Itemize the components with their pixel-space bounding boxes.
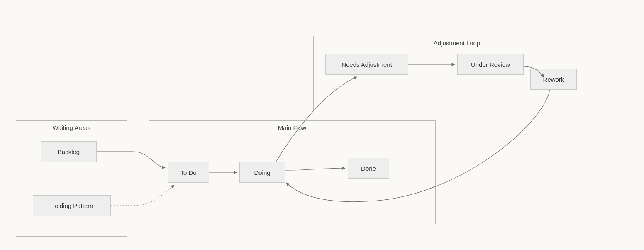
group-waiting-areas: Waiting Areas [16,120,127,237]
node-done: Done [348,158,389,179]
node-label: Holding Pattern [50,202,93,209]
node-doing: Doing [239,162,285,183]
node-label: Rework [543,76,564,83]
group-title-main: Main Flow [149,124,435,131]
node-label: Done [361,165,376,172]
node-label: To Do [180,169,196,176]
node-needs-adjustment: Needs Adjustment [325,54,408,75]
node-backlog: Backlog [41,141,97,162]
node-label: Under Review [471,61,510,68]
group-title-waiting: Waiting Areas [16,124,127,131]
group-title-adjustment: Adjustment Loop [314,39,600,47]
node-label: Backlog [58,148,80,155]
node-label: Doing [254,169,270,176]
node-under-review: Under Review [457,54,524,75]
node-holding-pattern: Holding Pattern [33,195,111,216]
diagram-canvas: Waiting Areas Main Flow Adjustment Loop … [0,0,644,250]
node-label: Needs Adjustment [342,61,392,68]
node-rework: Rework [530,69,577,90]
node-todo: To Do [168,162,209,183]
